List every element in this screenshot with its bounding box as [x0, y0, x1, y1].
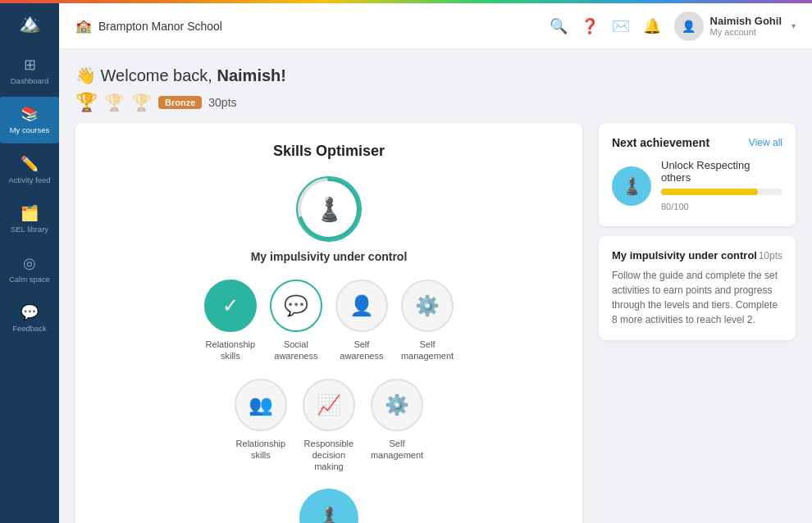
sel-library-icon: 🗂️ — [21, 204, 39, 222]
achievement-header: Next achievement View all — [612, 136, 782, 149]
achievement-info: Unlock Respecting others 80/100 — [661, 159, 782, 213]
skill-item-responsible-decision[interactable]: 📈 Responsibledecision making — [300, 379, 358, 473]
points-row: 🏆 🏆 🏆 Bronze 30pts — [75, 92, 796, 113]
header-actions: 🔍 ❓ ✉️ 🔔 👤 Naimish Gohil My account ▾ — [550, 11, 796, 41]
calm-space-icon: ◎ — [23, 254, 36, 272]
sidebar-item-label-calm-space: Calm space — [9, 275, 50, 284]
skill-label-relationship-1: Relationshipskills — [206, 339, 256, 362]
page-content: 👋 Welcome back, Naimish! 🏆 🏆 🏆 Bronze 30… — [59, 49, 812, 523]
skill-circle-relationship-2: 👥 — [235, 379, 287, 431]
progress-ring-svg — [296, 176, 362, 242]
skill-row-1: ✓ Relationshipskills 💬 Socialawareness 👤… — [92, 280, 566, 362]
skill-item-self-management-1[interactable]: ⚙️ Selfmanagement — [401, 280, 454, 362]
skill-label-social-awareness: Socialawareness — [274, 339, 317, 362]
sidebar-item-label-sel-library: SEL library — [11, 225, 48, 234]
sidebar-item-label-my-courses: My courses — [10, 125, 50, 134]
user-info: Naimish Gohil My account — [710, 15, 782, 37]
skill-item-relationship-skills-2[interactable]: 👥 Relationshipskills — [235, 379, 287, 473]
sidebar-logo: 🏔️ — [13, 7, 46, 39]
search-icon[interactable]: 🔍 — [550, 17, 568, 35]
my-courses-icon: 📚 — [21, 105, 39, 123]
central-skill[interactable]: ♟️ My impulsivity under control — [92, 176, 566, 263]
sidebar-item-label-dashboard: Dashboard — [11, 76, 48, 85]
sidebar-item-activity-feed[interactable]: ✏️ Activity feed — [0, 147, 59, 193]
skill-circle-self-awareness: 👤 — [335, 280, 388, 332]
progress-text: 80/100 — [661, 202, 689, 211]
sidebar-item-label-feedback: Feedback — [12, 324, 47, 333]
skill-label-self-management-2: Selfmanagement — [371, 438, 423, 462]
central-skill-circle: ♟️ — [296, 176, 362, 242]
skill-row-2: 👥 Relationshipskills 📈 Responsibledecisi… — [92, 379, 566, 473]
skill-circle-social-awareness: 💬 — [270, 280, 322, 332]
help-icon[interactable]: ❓ — [581, 17, 599, 35]
header-user[interactable]: 👤 Naimish Gohil My account ▾ — [674, 11, 796, 41]
sidebar: 🏔️ ⊞ Dashboard 📚 My courses ✏️ Activity … — [0, 3, 59, 523]
sidebar-item-my-courses[interactable]: 📚 My courses — [0, 97, 59, 143]
skill-info-desc: Follow the guide and complete the set ac… — [612, 268, 782, 327]
welcome-name: Naimish! — [217, 66, 285, 84]
silver-trophy-icon: 🏆 — [104, 93, 125, 112]
sidebar-item-dashboard[interactable]: ⊞ Dashboard — [0, 48, 59, 93]
central-skill-name: My impulsivity under control — [251, 250, 408, 263]
skill-circle-self-management-2: ⚙️ — [371, 379, 423, 431]
skill-circle-responsible-decision: 📈 — [303, 379, 355, 431]
bell-icon[interactable]: 🔔 — [643, 17, 661, 35]
feedback-icon: 💬 — [21, 303, 39, 321]
skill-item-relationship-skills-1[interactable]: ✓ Relationshipskills — [204, 280, 257, 362]
welcome-emoji: 👋 — [75, 66, 96, 84]
skill-label-self-management-1: Selfmanagement — [401, 339, 454, 362]
points-value: 30pts — [208, 96, 236, 109]
bottom-circle-wrap: ♟️ — [92, 489, 566, 523]
welcome-text: 👋 Welcome back, Naimish! — [75, 66, 796, 85]
skill-label-responsible-decision: Responsibledecision making — [300, 438, 358, 473]
activity-feed-icon: ✏️ — [21, 155, 39, 173]
next-achievement-card: Next achievement View all ♟️ Unlock Resp… — [599, 123, 796, 226]
main-content: 🏫 Brampton Manor School 🔍 ❓ ✉️ 🔔 👤 Naimi… — [59, 3, 812, 523]
skill-info-pts: 10pts — [759, 250, 782, 262]
content-grid: Skills Optimiser ♟️ My impulsivity under… — [75, 123, 796, 523]
avatar: 👤 — [674, 11, 704, 41]
bronze-badge: Bronze — [158, 96, 202, 109]
dashboard-icon: ⊞ — [24, 56, 36, 74]
header: 🏫 Brampton Manor School 🔍 ❓ ✉️ 🔔 👤 Naimi… — [59, 3, 812, 49]
achievement-body: ♟️ Unlock Respecting others 80/100 — [612, 159, 782, 213]
skill-info-title: My impulsivity under control — [612, 249, 757, 262]
welcome-section: 👋 Welcome back, Naimish! 🏆 🏆 🏆 Bronze 30… — [75, 66, 796, 113]
skill-item-self-awareness[interactable]: 👤 Selfawareness — [335, 280, 388, 362]
user-name: Naimish Gohil — [710, 15, 782, 27]
welcome-static: Welcome back, — [101, 66, 217, 84]
logo-icon: 🏔️ — [19, 12, 41, 34]
achievement-name: Unlock Respecting others — [661, 159, 782, 184]
skill-info-card: My impulsivity under control 10pts Follo… — [599, 236, 796, 340]
bronze-trophy-icon: 🏆 — [131, 93, 152, 112]
achievement-card-title: Next achievement — [612, 136, 709, 149]
skills-panel-title: Skills Optimiser — [92, 143, 566, 160]
school-name: Brampton Manor School — [98, 20, 222, 33]
chevron-down-icon: ▾ — [791, 21, 796, 30]
gold-trophy-icon: 🏆 — [75, 92, 98, 113]
skill-info-header: My impulsivity under control 10pts — [612, 249, 782, 262]
progress-bar-fill — [661, 189, 758, 195]
school-icon: 🏫 — [75, 18, 92, 34]
skill-item-self-management-2[interactable]: ⚙️ Selfmanagement — [371, 379, 423, 473]
skill-circle-relationship-1: ✓ — [204, 280, 257, 332]
user-account-label: My account — [710, 27, 782, 37]
progress-bar-wrap — [661, 189, 782, 195]
achievement-avatar: ♟️ — [612, 166, 651, 206]
right-panel: Next achievement View all ♟️ Unlock Resp… — [599, 123, 796, 523]
sidebar-item-feedback[interactable]: 💬 Feedback — [0, 295, 59, 341]
bottom-circle[interactable]: ♟️ — [299, 489, 358, 523]
skill-label-self-awareness: Selfawareness — [340, 339, 383, 362]
skills-panel: Skills Optimiser ♟️ My impulsivity under… — [75, 123, 582, 523]
sidebar-item-label-activity-feed: Activity feed — [8, 175, 50, 184]
mail-icon[interactable]: ✉️ — [612, 17, 630, 35]
view-all-link[interactable]: View all — [749, 137, 782, 148]
skill-item-social-awareness[interactable]: 💬 Socialawareness — [270, 280, 322, 362]
sidebar-item-calm-space[interactable]: ◎ Calm space — [0, 246, 59, 292]
skill-circle-self-management-1: ⚙️ — [401, 280, 454, 332]
sidebar-item-sel-library[interactable]: 🗂️ SEL library — [0, 196, 59, 242]
header-school: 🏫 Brampton Manor School — [75, 18, 550, 34]
rainbow-bar — [0, 0, 812, 3]
skill-label-relationship-2: Relationshipskills — [236, 438, 286, 462]
